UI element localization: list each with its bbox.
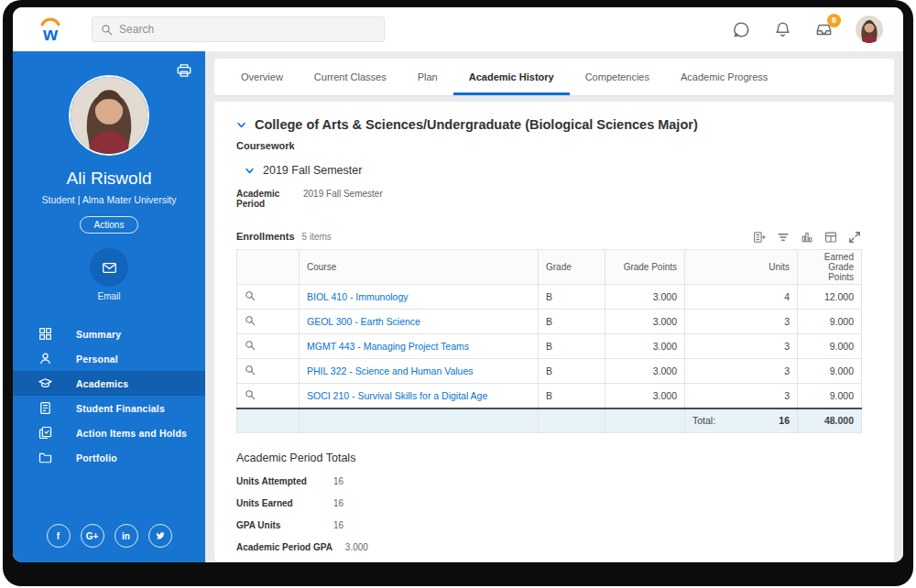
student-photo[interactable]: [69, 75, 149, 156]
print-icon[interactable]: [176, 62, 192, 79]
column-header-course: Course: [300, 250, 539, 285]
bell-icon[interactable]: [773, 20, 792, 39]
magnifier-icon[interactable]: [245, 290, 256, 301]
units-cell: 3: [685, 334, 798, 359]
field-label: Units Earned: [236, 498, 321, 508]
sidebar-item-label: Summary: [76, 329, 121, 340]
grid-toolbar: [753, 231, 861, 244]
app-window: w 8 Ali Riswold Student | Alma Mater Uni…: [13, 7, 903, 562]
cumulative-totals-section: Cumulative Totals Cumulative Units Attem…: [236, 560, 554, 561]
field-academic-period-gpa: Academic Period GPA3.000: [236, 542, 872, 552]
inbox-icon[interactable]: 8: [814, 20, 834, 39]
field-label: GPA Units: [236, 520, 321, 530]
total-earned-grade-points: 48.000: [798, 408, 862, 433]
sidebar-item-academics[interactable]: Academics: [13, 371, 205, 396]
sidebar-item-label: Action Items and Holds: [76, 428, 187, 439]
tab-competencies[interactable]: Competencies: [570, 59, 665, 95]
total-label: Total:: [692, 415, 715, 426]
tasks-icon: [38, 426, 52, 440]
expand-icon[interactable]: [848, 231, 861, 244]
magnifier-icon[interactable]: [245, 315, 256, 326]
course-link[interactable]: SOCI 210 - Survival Skills for a Digital…: [307, 390, 487, 401]
enrollments-count: 5 items: [302, 232, 332, 242]
bar-chart-icon[interactable]: [801, 231, 813, 244]
column-header-grade-points: Grade Points: [605, 250, 685, 285]
program-title: College of Arts & Sciences/Undergraduate…: [255, 117, 698, 132]
course-link[interactable]: PHIL 322 - Science and Human Values: [307, 365, 474, 376]
field-value: 16: [333, 476, 344, 486]
table-icon[interactable]: [824, 231, 837, 244]
tab-overview[interactable]: Overview: [225, 59, 299, 95]
table-row: GEOL 300 - Earth ScienceB3.00039.000: [237, 310, 862, 334]
table-row: PHIL 322 - Science and Human ValuesB3.00…: [237, 359, 862, 384]
google-plus-icon[interactable]: G+: [81, 524, 104, 548]
linkedin-icon[interactable]: in: [114, 524, 138, 548]
earned-grade-points-cell: 12.000: [798, 285, 862, 310]
document-icon: [38, 401, 52, 415]
folder-icon: [38, 451, 52, 464]
column-header-earned-grade-points: Earned Grade Points: [798, 250, 862, 285]
sidebar-item-label: Portfolio: [76, 452, 117, 463]
profile-avatar[interactable]: [856, 16, 883, 43]
inbox-badge: 8: [827, 14, 841, 27]
filter-icon[interactable]: [777, 231, 790, 244]
sidebar-item-action-items-and-holds[interactable]: Action Items and Holds: [13, 420, 205, 445]
search-box[interactable]: [92, 16, 385, 42]
field-value: 16: [333, 498, 344, 508]
magnifier-icon[interactable]: [245, 365, 256, 376]
period-totals-title: Academic Period Totals: [236, 452, 872, 464]
twitter-icon[interactable]: [148, 524, 172, 548]
column-header-units: Units: [685, 250, 798, 285]
grade-points-cell: 3.000: [605, 285, 685, 310]
academic-period-value: 2019 Fall Semester: [303, 189, 383, 199]
field-label: Units Attempted: [236, 476, 321, 486]
workday-logo[interactable]: w: [35, 15, 66, 44]
main-panel: College of Arts & Sciences/Undergraduate…: [214, 102, 894, 561]
chevron-down-icon[interactable]: [236, 120, 246, 130]
sidebar-item-label: Academics: [76, 378, 128, 389]
student-name: Ali Riswold: [13, 169, 205, 189]
enrollments-header: Enrollments5 items: [236, 227, 332, 244]
facebook-icon[interactable]: f: [47, 524, 71, 548]
social-links: fG+in: [13, 524, 205, 562]
sidebar-item-student-financials[interactable]: Student Financials: [13, 396, 205, 420]
export-icon[interactable]: [753, 231, 766, 244]
tab-academic-history[interactable]: Academic History: [453, 59, 570, 95]
chevron-down-icon[interactable]: [245, 166, 255, 176]
units-cell: 4: [685, 285, 798, 310]
table-header-row: CourseGradeGrade PointsUnitsEarned Grade…: [237, 250, 862, 285]
course-link[interactable]: GEOL 300 - Earth Science: [307, 316, 420, 327]
units-cell: 3: [685, 384, 798, 408]
email-button[interactable]: Email: [13, 248, 205, 301]
academic-period-field: Academic Period 2019 Fall Semester: [236, 189, 872, 209]
course-link[interactable]: BIOL 410 - Immunology: [307, 291, 409, 302]
sidebar-item-personal[interactable]: Personal: [13, 346, 205, 371]
grade-cell: B: [539, 310, 605, 334]
coursework-label: Coursework: [236, 140, 872, 151]
email-label: Email: [13, 291, 205, 301]
grade-cell: B: [539, 359, 605, 384]
search-input[interactable]: [119, 23, 376, 36]
sidebar-item-portfolio[interactable]: Portfolio: [13, 445, 205, 470]
enrollments-table: CourseGradeGrade PointsUnitsEarned Grade…: [236, 249, 862, 433]
sidebar-item-summary[interactable]: Summary: [13, 321, 205, 346]
table-row: SOCI 210 - Survival Skills for a Digital…: [237, 384, 862, 408]
tab-current-classes[interactable]: Current Classes: [299, 59, 402, 95]
topbar-actions: 8: [732, 16, 883, 43]
cap-icon: [38, 376, 52, 390]
units-cell: 3: [685, 310, 798, 334]
grade-points-cell: 3.000: [605, 310, 685, 334]
tab-plan[interactable]: Plan: [402, 59, 453, 95]
student-subtitle: Student | Alma Mater University: [13, 194, 205, 205]
magnifier-icon[interactable]: [245, 340, 256, 351]
actions-button[interactable]: Actions: [80, 216, 139, 234]
sidebar-nav: SummaryPersonalAcademicsStudent Financia…: [13, 321, 205, 470]
email-icon: [90, 248, 128, 287]
chat-icon[interactable]: [732, 20, 751, 39]
tab-academic-progress[interactable]: Academic Progress: [665, 59, 783, 95]
field-value: 3.000: [345, 542, 368, 552]
magnifier-icon[interactable]: [245, 389, 256, 400]
grade-cell: B: [539, 334, 605, 359]
course-link[interactable]: MGMT 443 - Managing Project Teams: [307, 341, 469, 352]
grid-icon: [38, 327, 52, 341]
